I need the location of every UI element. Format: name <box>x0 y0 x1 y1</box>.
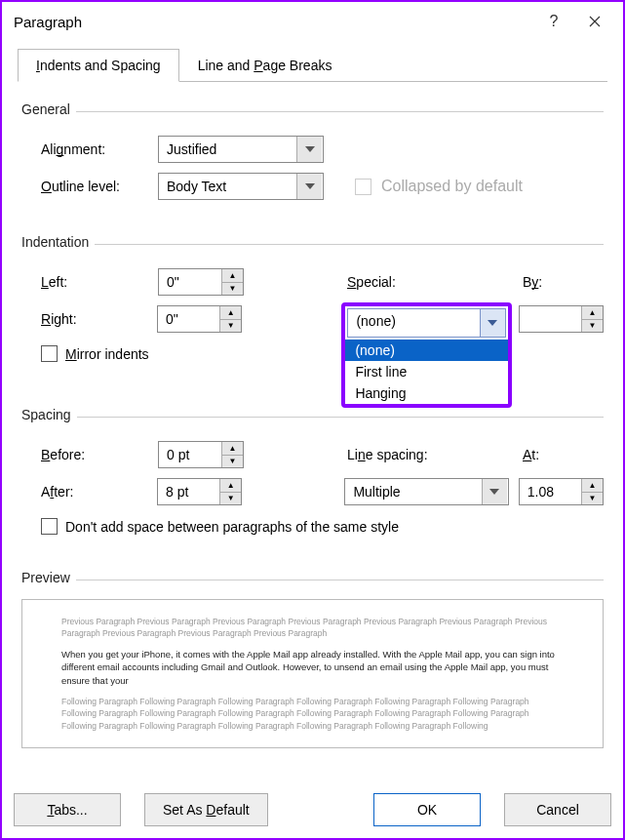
tab-line-page-breaks[interactable]: Line and Page Breaks <box>179 49 351 82</box>
dialog-footer: Tabs... Set As Default OK Cancel <box>14 793 611 826</box>
spin-down-icon[interactable]: ▼ <box>581 492 603 504</box>
title-bar: Paragraph ? <box>2 2 623 41</box>
preview-sample: When you get your iPhone, it comes with … <box>61 648 564 688</box>
before-label: Before: <box>41 447 148 462</box>
tabs-button[interactable]: Tabs... <box>14 793 121 826</box>
chevron-down-icon <box>296 137 322 162</box>
ok-button[interactable]: OK <box>373 793 481 826</box>
spin-up-icon[interactable]: ▲ <box>219 479 241 492</box>
help-button[interactable]: ? <box>533 6 574 37</box>
outline-level-combo[interactable]: Body Text <box>158 173 324 200</box>
after-label: After: <box>41 484 147 500</box>
special-label: Special: <box>347 274 513 290</box>
preview-following: Following Paragraph Following Paragraph … <box>61 696 564 732</box>
special-dropdown-list: (none) (none) First line Hanging <box>341 302 511 408</box>
spin-up-icon[interactable]: ▲ <box>581 479 603 492</box>
indent-by-spinner[interactable]: ▲▼ <box>519 305 604 333</box>
spin-up-icon[interactable]: ▲ <box>221 442 243 455</box>
no-add-space-label: Don't add space between paragraphs of th… <box>65 519 399 535</box>
at-spinner[interactable]: 1.08 ▲▼ <box>519 478 604 505</box>
outline-level-label: Outline level: <box>41 179 148 194</box>
indent-right-label: Right: <box>41 311 147 327</box>
preview-previous: Previous Paragraph Previous Paragraph Pr… <box>61 616 564 640</box>
special-dropdown-header[interactable]: (none) <box>347 308 505 338</box>
tab-bar: I Indents and Spacing Line and Page Brea… <box>18 47 607 82</box>
line-spacing-combo[interactable]: Multiple <box>344 478 508 505</box>
cancel-button[interactable]: Cancel <box>504 793 611 826</box>
before-spinner[interactable]: 0 pt ▲▼ <box>158 441 244 468</box>
collapsed-checkbox <box>355 179 371 195</box>
general-heading: General <box>21 101 70 117</box>
spin-up-icon[interactable]: ▲ <box>221 269 243 282</box>
close-button[interactable] <box>574 6 615 37</box>
preview-box: Previous Paragraph Previous Paragraph Pr… <box>21 599 604 748</box>
spin-down-icon[interactable]: ▼ <box>221 455 243 467</box>
chevron-down-icon <box>480 309 505 337</box>
special-option-hanging[interactable]: Hanging <box>345 382 507 404</box>
no-add-space-checkbox[interactable] <box>41 518 58 535</box>
spin-down-icon[interactable]: ▼ <box>219 492 241 504</box>
mirror-indents-checkbox[interactable] <box>41 345 58 362</box>
set-default-button[interactable]: Set As Default <box>144 793 268 826</box>
special-option-none[interactable]: (none) <box>345 340 507 361</box>
spin-down-icon[interactable]: ▼ <box>221 282 243 295</box>
alignment-label: Alignment: <box>41 141 148 157</box>
mirror-indents-label: Mirror indents <box>65 346 149 362</box>
spin-up-icon[interactable]: ▲ <box>581 306 603 319</box>
collapsed-label: Collapsed by default <box>381 178 523 195</box>
indent-right-spinner[interactable]: 0" ▲▼ <box>157 305 242 333</box>
alignment-combo[interactable]: Justified <box>158 136 324 163</box>
tab-indents-spacing[interactable]: I Indents and Spacing <box>18 49 179 82</box>
at-label: At: <box>523 447 581 462</box>
paragraph-dialog: { "dialog": { "title": "Paragraph" }, "t… <box>0 0 625 840</box>
chevron-down-icon <box>296 174 322 199</box>
indent-left-spinner[interactable]: 0" ▲▼ <box>158 268 244 296</box>
dialog-title: Paragraph <box>14 14 533 30</box>
line-spacing-label: Line spacing: <box>347 447 513 462</box>
spin-down-icon[interactable]: ▼ <box>219 319 241 332</box>
by-label: By: <box>523 274 581 290</box>
indentation-heading: Indentation <box>21 234 89 250</box>
after-spinner[interactable]: 8 pt ▲▼ <box>157 478 242 505</box>
spin-up-icon[interactable]: ▲ <box>219 306 241 319</box>
preview-heading: Preview <box>21 570 70 585</box>
spin-down-icon[interactable]: ▼ <box>581 319 603 332</box>
indent-left-label: Left: <box>41 274 148 290</box>
chevron-down-icon <box>482 479 507 504</box>
special-dropdown[interactable]: (none) (none) First line Hanging <box>344 305 508 333</box>
spacing-heading: Spacing <box>21 407 71 422</box>
special-option-firstline[interactable]: First line <box>345 361 507 382</box>
